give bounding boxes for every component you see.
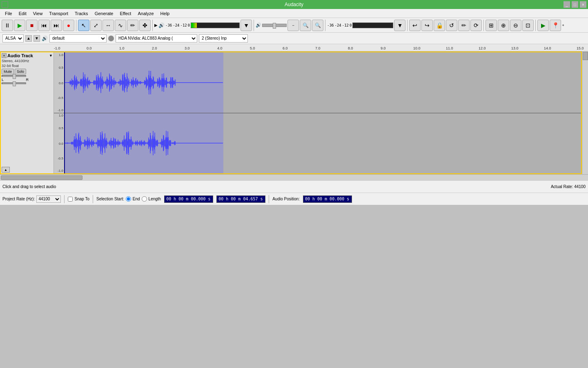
- menu-edit[interactable]: Edit: [16, 10, 30, 17]
- record-meter-settings[interactable]: ▼: [394, 20, 405, 31]
- play-button[interactable]: ▶: [14, 20, 25, 31]
- vertical-scrollbar[interactable]: [582, 52, 588, 174]
- waveform-bottom-canvas[interactable]: [64, 113, 223, 173]
- audio-host-up[interactable]: ▲: [25, 35, 32, 42]
- window-controls[interactable]: _ □ ×: [564, 1, 586, 8]
- end-time-input[interactable]: [216, 195, 265, 203]
- envelope-tool-button[interactable]: ∿: [115, 20, 126, 31]
- menu-view[interactable]: View: [30, 10, 46, 17]
- minimize-btn[interactable]: _: [564, 1, 570, 8]
- record-channels-select[interactable]: 2 (Stereo) Inp: [199, 34, 248, 43]
- playback-device-select[interactable]: default: [49, 34, 107, 43]
- yaxis-bottom-0: 0.0: [59, 142, 63, 146]
- record-db-24: -24: [334, 23, 341, 27]
- separator-1: [76, 20, 76, 31]
- menu-generate[interactable]: Generate: [91, 10, 117, 17]
- draw-tool-button[interactable]: ✏: [127, 20, 138, 31]
- speed-plus: +: [562, 23, 564, 27]
- volume-down[interactable]: −: [287, 20, 299, 31]
- record-meter-label: -36: [327, 23, 334, 27]
- waveform-top-canvas[interactable]: [64, 52, 223, 113]
- position-time-input[interactable]: [303, 195, 352, 203]
- zoom-out-btn2[interactable]: ⊖: [510, 20, 521, 31]
- zoom-fit-btn[interactable]: ⊞: [486, 20, 497, 31]
- select-tool-button[interactable]: ↖: [78, 20, 89, 31]
- menu-bar: File Edit View Transport Tracks Generate…: [0, 9, 588, 18]
- volume-icon: 🔊: [158, 22, 165, 28]
- playback-db-zero: 0: [188, 23, 190, 27]
- channel-divider: [54, 113, 581, 113]
- playback-meter-bar[interactable]: [191, 22, 240, 28]
- play-speed-btn[interactable]: ▶: [537, 20, 549, 31]
- scrollbar-thumb[interactable]: [583, 52, 588, 60]
- start-time-input[interactable]: [164, 195, 213, 203]
- pan-slider[interactable]: [2, 83, 26, 84]
- project-rate-label: Project Rate (Hz):: [2, 197, 35, 201]
- record-button[interactable]: ●: [63, 20, 74, 31]
- menu-tracks[interactable]: Tracks: [71, 10, 91, 17]
- yaxis-bottom-1: 1.0: [59, 114, 63, 117]
- separator-4: [325, 20, 325, 31]
- ruler-mark-7: 7.0: [315, 46, 321, 50]
- skip-back-button[interactable]: ⏮: [38, 20, 50, 31]
- h-scrollbar-thumb[interactable]: [1, 175, 82, 180]
- zoom-in-btn[interactable]: 🔍: [300, 20, 311, 31]
- waveform-container[interactable]: 1.0 0.5 0.0 -0.5 -1.0 1.0 0.5 0.0 -0.5 -…: [54, 52, 581, 173]
- end-length-radio-group: End Length: [126, 196, 161, 202]
- gain-slider[interactable]: [2, 75, 26, 77]
- undo-button[interactable]: ↩: [409, 20, 421, 31]
- menu-help[interactable]: Help: [157, 10, 173, 17]
- separator-2: [152, 20, 153, 31]
- audio-position-field: Audio Position:: [272, 197, 300, 201]
- menu-effect[interactable]: Effect: [117, 10, 135, 17]
- bottom-controls: Project Rate (Hz): 44100 Snap To Selecti…: [0, 193, 588, 205]
- skip-fwd-button[interactable]: ⏭: [51, 20, 62, 31]
- stop-button[interactable]: ■: [26, 20, 38, 31]
- zoom-tool-button[interactable]: ⤢: [90, 20, 102, 31]
- ruler-mark-1: 1.0: [119, 46, 125, 50]
- collapse-button[interactable]: ▲: [2, 167, 10, 173]
- record-device-select[interactable]: HDA NVidia: ALC883 Analog (: [116, 34, 197, 43]
- ruler-mark-3: 3.0: [185, 46, 190, 50]
- redo-button[interactable]: ↪: [421, 20, 433, 31]
- length-radio[interactable]: [142, 196, 147, 202]
- snap-to-checkbox[interactable]: [68, 197, 73, 202]
- track-close-button[interactable]: ×: [2, 53, 7, 58]
- audio-host-down[interactable]: ▼: [33, 35, 40, 42]
- playback-db-minus24: -24: [173, 23, 179, 27]
- ruler-mark-4: 4.0: [217, 46, 223, 50]
- timeshift-tool-button[interactable]: ↔: [102, 20, 114, 31]
- scrub-btn[interactable]: ⟳: [470, 20, 482, 31]
- volume-slider[interactable]: [262, 24, 287, 27]
- pause-button[interactable]: ⏸: [2, 20, 13, 31]
- menu-analyze[interactable]: Analyze: [134, 10, 157, 17]
- time-ruler: -1.0 0.0 1.0 2.0 3.0 4.0 5.0 6.0 7.0 8.0…: [0, 44, 588, 52]
- draw-btn2[interactable]: ✏: [458, 20, 470, 31]
- gain-row: [2, 75, 53, 77]
- gain-thumb[interactable]: [13, 74, 16, 79]
- zoom-sel-btn[interactable]: ⊡: [522, 20, 534, 31]
- sync-lock-btn[interactable]: 🔒: [434, 20, 445, 31]
- project-rate-select[interactable]: 44100: [36, 195, 61, 203]
- multi-tool-button[interactable]: ✤: [139, 20, 151, 31]
- audio-host-select[interactable]: ALSA: [2, 34, 24, 43]
- end-radio[interactable]: [126, 196, 131, 202]
- playback-db-minus12: -12: [180, 23, 187, 27]
- close-btn[interactable]: ×: [580, 1, 586, 8]
- playback-meter-settings[interactable]: ▼: [241, 20, 252, 31]
- solo-button[interactable]: Solo: [15, 69, 26, 74]
- yaxis-top-m1: -1.0: [58, 108, 63, 112]
- device-toolbar: ALSA ▲ ▼ 🔊 default HDA NVidia: ALC883 An…: [0, 33, 588, 44]
- horizontal-scrollbar[interactable]: [0, 174, 588, 180]
- pan-thumb[interactable]: [13, 81, 16, 86]
- zoom-in-btn2[interactable]: ⊕: [498, 20, 509, 31]
- zoom-out-btn[interactable]: 🔍: [312, 20, 323, 31]
- maximize-btn[interactable]: □: [572, 1, 578, 8]
- menu-file[interactable]: File: [2, 10, 16, 17]
- mute-button[interactable]: Mute: [2, 69, 14, 74]
- track-dropdown-button[interactable]: ▼: [49, 54, 53, 58]
- menu-transport[interactable]: Transport: [46, 10, 71, 17]
- pin-btn[interactable]: 📍: [550, 20, 561, 31]
- loop-btn[interactable]: ↺: [446, 20, 457, 31]
- record-meter-bar[interactable]: [352, 22, 393, 28]
